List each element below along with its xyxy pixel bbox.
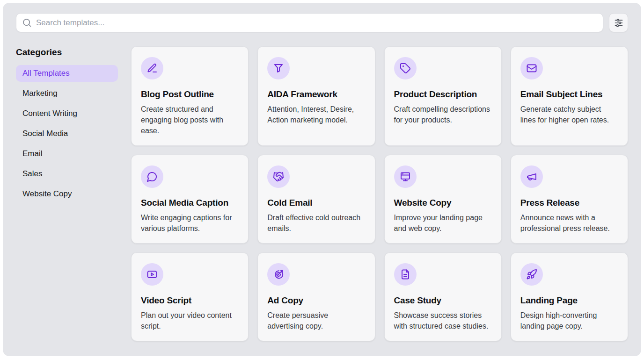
funnel-icon <box>267 57 290 79</box>
sidebar-item-content-writing[interactable]: Content Writing <box>16 105 118 122</box>
template-card-aida-framework[interactable]: AIDA Framework Attention, Interest, Desi… <box>257 46 375 146</box>
card-title: Cold Email <box>267 198 365 208</box>
card-title: Email Subject Lines <box>520 89 618 100</box>
card-description: Generate catchy subject lines for higher… <box>520 104 618 125</box>
card-description: Write engaging captions for various plat… <box>141 212 239 234</box>
card-description: Create structured and engaging blog post… <box>141 104 239 136</box>
card-title: Website Copy <box>394 198 492 208</box>
main-content: Categories All Templates Marketing Conte… <box>16 46 628 341</box>
templates-grid: Blog Post Outline Create structured and … <box>131 46 628 341</box>
card-title: Press Release <box>520 198 618 208</box>
search-bar[interactable] <box>16 13 603 32</box>
card-description: Attention, Interest, Desire, Action mark… <box>267 104 365 125</box>
card-title: Blog Post Outline <box>141 89 239 100</box>
template-card-product-description[interactable]: Product Description Craft compelling des… <box>384 46 502 146</box>
template-card-website-copy[interactable]: Website Copy Improve your landing page a… <box>384 155 502 244</box>
template-card-case-study[interactable]: Case Study Showcase success stories with… <box>384 252 502 341</box>
card-description: Announce news with a professional press … <box>520 212 618 234</box>
video-player-icon <box>141 263 163 286</box>
template-card-ad-copy[interactable]: Ad Copy Create persuasive advertising co… <box>257 252 375 341</box>
template-card-cold-email[interactable]: Cold Email Draft effective cold outreach… <box>257 155 375 244</box>
template-card-social-media-caption[interactable]: Social Media Caption Write engaging capt… <box>131 155 249 244</box>
sidebar-item-all-templates[interactable]: All Templates <box>16 65 118 82</box>
sidebar-item-sales[interactable]: Sales <box>16 165 118 182</box>
rocket-icon <box>520 263 543 286</box>
template-card-blog-post-outline[interactable]: Blog Post Outline Create structured and … <box>131 46 249 146</box>
template-card-press-release[interactable]: Press Release Announce news with a profe… <box>511 155 628 244</box>
sliders-icon <box>614 18 623 28</box>
megaphone-icon <box>520 165 543 188</box>
sidebar-item-social-media[interactable]: Social Media <box>16 125 118 142</box>
header <box>16 13 628 32</box>
card-title: Video Script <box>141 295 239 306</box>
card-description: Draft effective cold outreach emails. <box>267 212 365 234</box>
card-title: AIDA Framework <box>267 89 365 100</box>
search-icon <box>22 18 32 28</box>
speech-bubble-icon <box>141 165 163 188</box>
filter-button[interactable] <box>609 13 628 32</box>
card-title: Product Description <box>394 89 492 100</box>
tag-icon <box>394 57 417 79</box>
template-card-landing-page[interactable]: Landing Page Design high-converting land… <box>511 252 628 341</box>
template-card-video-script[interactable]: Video Script Plan out your video content… <box>131 252 249 341</box>
categories-sidebar: Categories All Templates Marketing Conte… <box>16 46 118 206</box>
search-input[interactable] <box>36 18 597 28</box>
card-description: Plan out your video content script. <box>141 310 239 331</box>
card-title: Ad Copy <box>267 295 365 306</box>
card-title: Social Media Caption <box>141 198 239 208</box>
template-card-email-subject-lines[interactable]: Email Subject Lines Generate catchy subj… <box>511 46 628 146</box>
target-arrow-icon <box>267 263 290 286</box>
card-description: Showcase success stories with structured… <box>394 310 492 331</box>
sidebar-item-website-copy[interactable]: Website Copy <box>16 186 118 202</box>
card-description: Improve your landing page and web copy. <box>394 212 492 234</box>
document-icon <box>394 263 417 286</box>
card-description: Craft compelling descriptions for your p… <box>394 104 492 125</box>
sidebar-item-marketing[interactable]: Marketing <box>16 85 118 102</box>
mail-icon <box>520 57 543 79</box>
card-title: Case Study <box>394 295 492 306</box>
monitor-icon <box>394 165 417 188</box>
card-description: Create persuasive advertising copy. <box>267 310 365 331</box>
pencil-line-icon <box>141 57 163 79</box>
card-description: Design high-converting landing page copy… <box>520 310 618 331</box>
categories-heading: Categories <box>16 47 118 57</box>
sidebar-item-email[interactable]: Email <box>16 145 118 162</box>
card-title: Landing Page <box>520 295 618 306</box>
templates-app-panel: Categories All Templates Marketing Conte… <box>3 3 641 356</box>
handshake-icon <box>267 165 290 188</box>
